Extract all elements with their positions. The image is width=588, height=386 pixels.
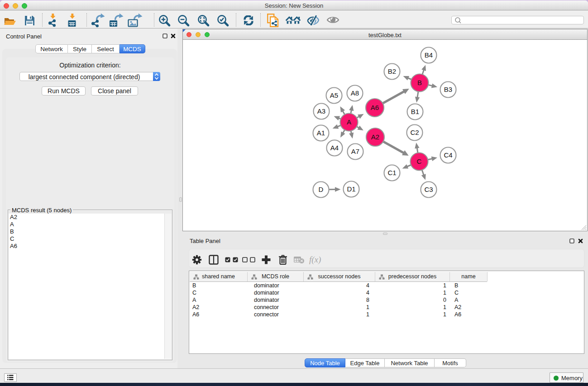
svg-text:D1: D1	[347, 185, 355, 193]
svg-text:B3: B3	[444, 86, 452, 93]
svg-text:A1: A1	[317, 129, 325, 137]
svg-text:C4: C4	[444, 151, 452, 159]
svg-text:C: C	[417, 157, 422, 165]
svg-text:A: A	[347, 118, 351, 126]
svg-text:B: B	[417, 79, 422, 86]
svg-text:A8: A8	[351, 89, 359, 97]
svg-text:B1: B1	[411, 108, 419, 115]
svg-text:A3: A3	[317, 107, 325, 115]
svg-text:A7: A7	[351, 148, 359, 155]
svg-text:A4: A4	[330, 144, 339, 152]
svg-text:A6: A6	[371, 104, 379, 111]
svg-text:D: D	[319, 186, 324, 193]
svg-text:B2: B2	[388, 67, 396, 75]
svg-text:C3: C3	[424, 186, 433, 193]
svg-text:B4: B4	[425, 51, 433, 59]
svg-text:A5: A5	[330, 91, 338, 99]
svg-text:C1: C1	[387, 169, 396, 176]
svg-text:A2: A2	[371, 133, 379, 141]
svg-text:C2: C2	[410, 129, 419, 136]
